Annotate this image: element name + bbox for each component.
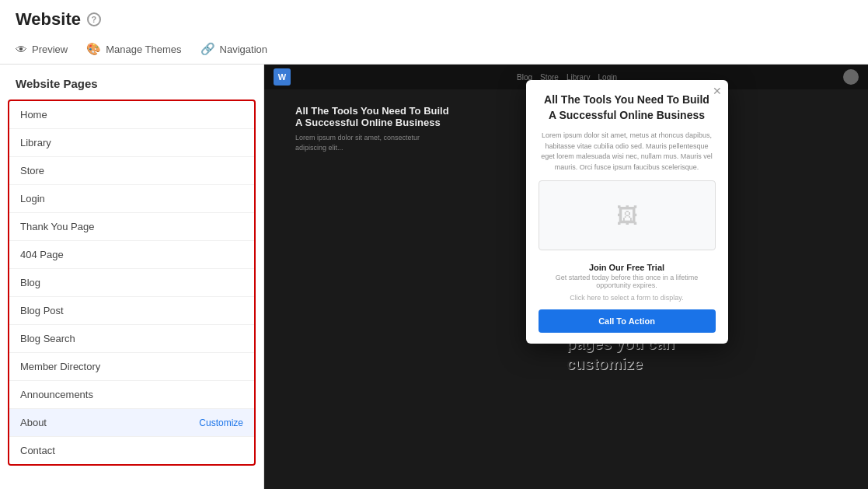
page-item-label: Thank You Page (20, 221, 94, 232)
page-item-label: Home (20, 109, 47, 121)
navigation-nav-item[interactable]: 🔗 Navigation (200, 36, 267, 64)
modal-popup: ✕ All The Tools You Need To Build A Succ… (526, 80, 728, 344)
page-title: Website (16, 9, 81, 30)
modal-form-link: Click here to select a form to display. (526, 294, 728, 309)
page-item-announcements[interactable]: Announcements (9, 381, 254, 409)
modal-cta-button[interactable]: Call To Action (539, 309, 716, 333)
preview-nav-item[interactable]: 👁 Preview (16, 36, 68, 64)
website-preview: W Blog Store Library Login All The Tools… (264, 65, 868, 489)
page-item-thank-you[interactable]: Thank You Page (9, 213, 254, 241)
sidebar-title: Website Pages (0, 65, 263, 100)
pages-list: Home Library Store Login Thank You Page … (8, 100, 256, 466)
page-item-label: Blog Post (20, 305, 64, 316)
page-item-home[interactable]: Home (9, 101, 254, 129)
eye-icon: 👁 (16, 43, 27, 56)
page-item-contact[interactable]: Contact (9, 437, 254, 464)
palette-icon: 🎨 (86, 42, 101, 56)
title-row: Website ? (16, 9, 852, 30)
sidebar: Website Pages Home Library Store Login T… (0, 65, 264, 489)
page-item-label: Store (20, 165, 44, 176)
preview-subtext: Lorem ipsum dolor sit amet, consectetur … (295, 133, 451, 152)
modal-cta-sub: Get started today before this once in a … (526, 274, 728, 294)
modal-title: All The Tools You Need To Build A Succes… (526, 80, 728, 131)
manage-themes-nav-item[interactable]: 🎨 Manage Themes (86, 36, 181, 64)
page-item-label: Member Directory (20, 361, 100, 372)
manage-themes-label: Manage Themes (106, 44, 181, 55)
page-item-blog-search[interactable]: Blog Search (9, 325, 254, 353)
modal-body: Lorem ipsum dolor sit amet, metus at rho… (526, 131, 728, 180)
navigation-label: Navigation (220, 44, 267, 55)
page-item-login[interactable]: Login (9, 185, 254, 213)
page-header: Website ? 👁 Preview 🎨 Manage Themes 🔗 Na… (0, 0, 868, 65)
preview-label: Preview (32, 44, 68, 55)
preview-area: W Blog Store Library Login All The Tools… (264, 65, 868, 489)
page-item-about[interactable]: About Customize (9, 409, 254, 437)
page-item-blog[interactable]: Blog (9, 269, 254, 297)
modal-close-button[interactable]: ✕ (713, 85, 722, 97)
header-nav: 👁 Preview 🎨 Manage Themes 🔗 Navigation (16, 36, 852, 64)
help-icon[interactable]: ? (87, 12, 101, 26)
modal-cta-title: Join Our Free Trial (526, 258, 728, 274)
page-item-label: Blog Search (20, 333, 75, 344)
preview-avatar (843, 69, 859, 85)
page-item-label: Blog (20, 277, 40, 288)
modal-image: 🖼 (539, 180, 716, 250)
main-content: Website Pages Home Library Store Login T… (0, 65, 868, 489)
page-item-member-directory[interactable]: Member Directory (9, 353, 254, 381)
page-item-blog-post[interactable]: Blog Post (9, 297, 254, 325)
preview-headline: All The Tools You Need To Build A Succes… (295, 105, 451, 128)
preview-logo: W (274, 68, 291, 86)
page-item-label: Library (20, 137, 51, 148)
image-icon: 🖼 (616, 203, 638, 229)
page-item-label: Announcements (20, 389, 93, 400)
page-item-library[interactable]: Library (9, 129, 254, 157)
customize-button[interactable]: Customize (199, 417, 243, 428)
page-item-label: Login (20, 193, 45, 204)
page-item-store[interactable]: Store (9, 157, 254, 185)
page-item-label: About (20, 417, 47, 428)
page-item-404[interactable]: 404 Page (9, 241, 254, 269)
link-icon: 🔗 (200, 42, 215, 56)
page-item-label: 404 Page (20, 249, 64, 260)
page-item-label: Contact (20, 445, 55, 456)
